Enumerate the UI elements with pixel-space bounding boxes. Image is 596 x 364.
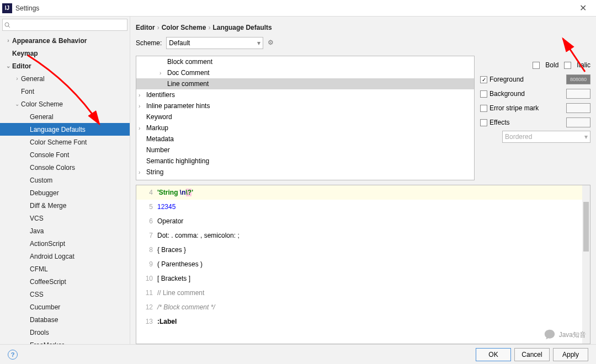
preview-line: 4'String \n\?'	[136, 185, 590, 200]
preview-line: 7Dot: . comma: , semicolon: ;	[136, 228, 590, 243]
element-keyword[interactable]: Keyword	[136, 111, 474, 122]
help-button[interactable]: ?	[8, 350, 18, 360]
footer: ? OK Cancel Apply	[0, 344, 596, 364]
tree-item-editor[interactable]: ⌄Editor	[0, 60, 130, 72]
gear-icon[interactable]: ⚙	[268, 39, 276, 47]
properties-panel: Bold Italic ✓Foreground 808080 Backgroun…	[480, 56, 590, 180]
preview-line: 6Operator	[136, 214, 590, 228]
tree-item-coffeescript[interactable]: CoffeeScript	[0, 275, 130, 288]
tree-item-language-defaults[interactable]: Language Defaults	[0, 123, 130, 136]
tree-item-actionscript[interactable]: ActionScript	[0, 237, 130, 250]
element-inline-parameter-hints[interactable]: ›Inline parameter hints	[136, 100, 474, 111]
tree-item-css[interactable]: CSS	[0, 288, 130, 301]
tree-item-debugger[interactable]: Debugger	[0, 186, 130, 199]
tree-item-java[interactable]: Java	[0, 224, 130, 237]
background-swatch[interactable]	[566, 89, 590, 99]
preview-line: 9( Parentheses )	[136, 257, 590, 271]
tree-item-general[interactable]: ›General	[0, 72, 130, 85]
element-string[interactable]: ›String	[136, 167, 474, 178]
search-input[interactable]	[2, 19, 127, 31]
element-number[interactable]: Number	[136, 144, 474, 156]
window-title: Settings	[15, 4, 572, 12]
errorstripe-swatch[interactable]	[566, 103, 590, 113]
element-list[interactable]: Block comment›Doc CommentLine comment›Id…	[136, 56, 475, 180]
element-line-comment[interactable]: Line comment	[136, 78, 474, 89]
tree-item-console-colors[interactable]: Console Colors	[0, 161, 130, 174]
settings-sidebar: ›Appearance & BehaviorKeymap⌄Editor›Gene…	[0, 17, 130, 344]
tree-item-freemarker[interactable]: FreeMarker	[0, 339, 130, 344]
preview-editor[interactable]: ✔ 4'String \n\?'5123456Operator7Dot: . c…	[136, 185, 590, 344]
breadcrumb: Editor›Color Scheme›Language Defaults	[136, 21, 590, 37]
preview-line: 11// Line comment	[136, 286, 590, 300]
close-button[interactable]: ✕	[572, 3, 594, 13]
element-markup[interactable]: ›Markup	[136, 122, 474, 133]
tree-item-cucumber[interactable]: Cucumber	[0, 301, 130, 313]
element-doc-comment[interactable]: ›Doc Comment	[136, 67, 474, 78]
element-semantic-highlighting[interactable]: Semantic highlighting	[136, 156, 474, 167]
tree-item-vcs[interactable]: VCS	[0, 212, 130, 224]
tree-item-appearance-behavior[interactable]: ›Appearance & Behavior	[0, 34, 130, 47]
tree-item-diff-merge[interactable]: Diff & Merge	[0, 199, 130, 212]
tree-item-keymap[interactable]: Keymap	[0, 47, 130, 60]
bold-checkbox[interactable]	[533, 62, 540, 69]
ok-button[interactable]: OK	[476, 348, 511, 361]
effects-checkbox[interactable]	[480, 119, 487, 126]
titlebar: IJ Settings ✕	[0, 0, 596, 17]
apply-button[interactable]: Apply	[553, 348, 588, 361]
scheme-label: Scheme:	[136, 39, 162, 47]
element-template-language[interactable]: Template language	[136, 178, 474, 180]
scheme-select[interactable]: Default▾	[166, 37, 263, 49]
preview-line: 512345	[136, 200, 590, 214]
cancel-button[interactable]: Cancel	[514, 348, 550, 361]
content-panel: Editor›Color Scheme›Language Defaults Sc…	[130, 17, 596, 344]
tree-item-drools[interactable]: Drools	[0, 326, 130, 339]
tree-item-font[interactable]: Font	[0, 85, 130, 98]
element-block-comment[interactable]: Block comment	[136, 56, 474, 67]
tree-item-color-scheme-font[interactable]: Color Scheme Font	[0, 136, 130, 148]
preview-line: 12/* Block comment */	[136, 300, 590, 314]
tree-item-custom[interactable]: Custom	[0, 174, 130, 186]
settings-tree[interactable]: ›Appearance & BehaviorKeymap⌄Editor›Gene…	[0, 33, 130, 344]
preview-scrollbar[interactable]	[582, 185, 590, 344]
effects-swatch[interactable]	[566, 117, 590, 127]
tree-item-console-font[interactable]: Console Font	[0, 148, 130, 161]
effects-type-select[interactable]: Bordered▾	[502, 131, 590, 143]
tree-item-color-scheme[interactable]: ⌄Color Scheme	[0, 98, 130, 110]
errorstripe-checkbox[interactable]	[480, 105, 487, 112]
tree-item-general[interactable]: General	[0, 110, 130, 123]
foreground-checkbox[interactable]: ✓	[480, 76, 487, 83]
preview-line: 8{ Braces }	[136, 243, 590, 257]
preview-line: 13:Label	[136, 314, 590, 329]
element-metadata[interactable]: Metadata	[136, 133, 474, 144]
preview-line: 10[ Brackets ]	[136, 271, 590, 286]
tree-item-android-logcat[interactable]: Android Logcat	[0, 250, 130, 263]
foreground-swatch[interactable]: 808080	[566, 74, 590, 84]
app-icon: IJ	[2, 3, 12, 13]
italic-checkbox[interactable]	[564, 62, 571, 69]
background-checkbox[interactable]	[480, 90, 487, 98]
element-identifiers[interactable]: ›Identifiers	[136, 89, 474, 100]
tree-item-cfml[interactable]: CFML	[0, 263, 130, 275]
tree-item-database[interactable]: Database	[0, 313, 130, 326]
